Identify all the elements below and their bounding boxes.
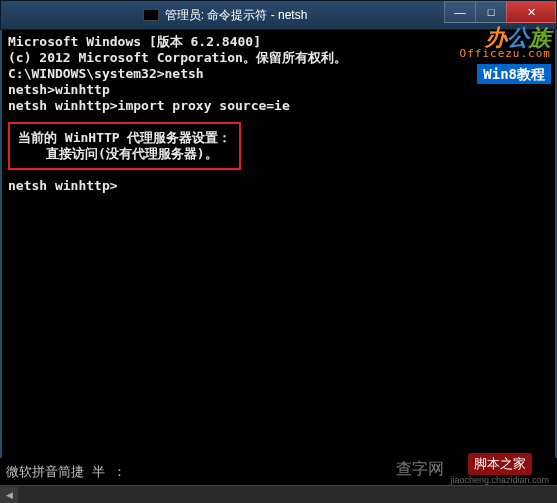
bottom-wm-url: jiaocheng.chazidian.com bbox=[450, 475, 549, 485]
bottom-wm-group: 脚本之家 jiaocheng.chazidian.com bbox=[450, 453, 549, 485]
maximize-button[interactable]: □ bbox=[475, 1, 507, 23]
titlebar-left: 管理员: 命令提示符 - netsh bbox=[1, 7, 445, 24]
box-line-1: 当前的 WinHTTP 代理服务器设置： bbox=[18, 130, 231, 146]
scroll-left-button[interactable]: ◀ bbox=[0, 487, 18, 503]
horizontal-scrollbar[interactable]: ◀ bbox=[0, 485, 557, 503]
terminal-prompt: netsh>winhttp bbox=[8, 82, 549, 98]
window-title: 管理员: 命令提示符 - netsh bbox=[165, 7, 308, 24]
window-titlebar: 管理员: 命令提示符 - netsh — □ ✕ bbox=[0, 0, 557, 30]
bottom-wm-red: 脚本之家 bbox=[468, 453, 532, 475]
watermark-bottom: 查字网 脚本之家 jiaocheng.chazidian.com bbox=[396, 453, 549, 485]
terminal-prompt: netsh winhttp>import proxy source=ie bbox=[8, 98, 549, 114]
highlight-box: 当前的 WinHTTP 代理服务器设置： 直接访问(没有代理服务器)。 bbox=[8, 122, 241, 170]
watermark-tag: Win8教程 bbox=[477, 64, 551, 84]
watermark-url: Officezu.com bbox=[460, 46, 551, 62]
terminal-prompt: netsh winhttp> bbox=[8, 178, 549, 194]
terminal-area[interactable]: 办公族 Officezu.com Win8教程 Microsoft Window… bbox=[0, 30, 557, 458]
ime-status: 微软拼音简捷 半 ： bbox=[6, 463, 126, 481]
close-button[interactable]: ✕ bbox=[506, 1, 556, 23]
bottom-wm-text: 查字网 bbox=[396, 459, 444, 480]
watermark-brand: 办公族 bbox=[460, 30, 551, 46]
minimize-button[interactable]: — bbox=[444, 1, 476, 23]
cmd-icon bbox=[143, 9, 159, 21]
box-line-2: 直接访问(没有代理服务器)。 bbox=[18, 146, 231, 162]
watermark-top: 办公族 Officezu.com Win8教程 bbox=[460, 30, 551, 84]
